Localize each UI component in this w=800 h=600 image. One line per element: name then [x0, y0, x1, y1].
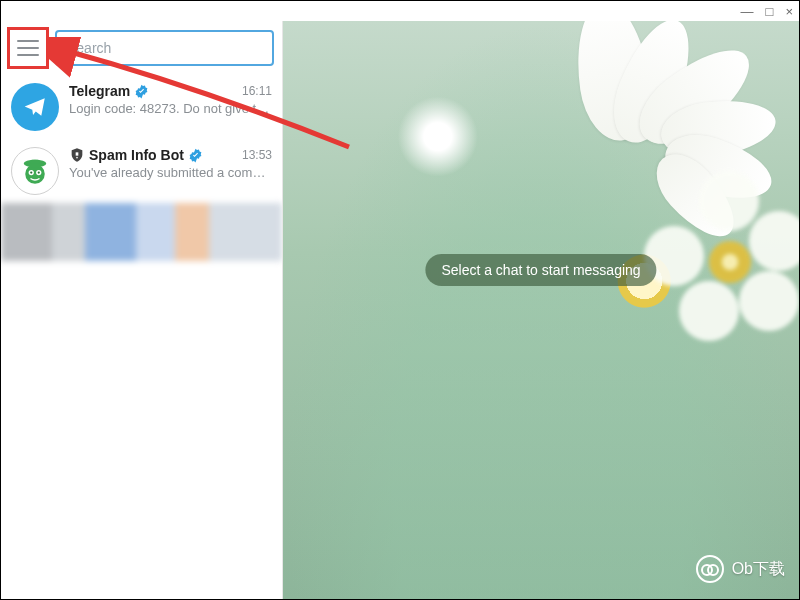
- shield-icon: [69, 147, 85, 163]
- avatar: [11, 147, 59, 195]
- avatar: [11, 83, 59, 131]
- chat-item-telegram[interactable]: Telegram 16:11 Login code: 48273. Do not…: [1, 75, 282, 139]
- chat-list: Telegram 16:11 Login code: 48273. Do not…: [1, 75, 282, 599]
- svg-point-5: [30, 171, 32, 173]
- main-panel: Select a chat to start messaging Ob下载: [283, 21, 799, 599]
- sidebar: Telegram 16:11 Login code: 48273. Do not…: [1, 21, 283, 599]
- window-minimize-button[interactable]: —: [741, 5, 754, 18]
- robot-icon: [17, 153, 53, 189]
- chat-time: 16:11: [242, 84, 272, 98]
- svg-rect-2: [31, 160, 40, 164]
- verified-icon: [134, 84, 149, 99]
- search-input[interactable]: [55, 30, 274, 66]
- annotation-highlight-box: [7, 27, 49, 69]
- paper-plane-icon: [22, 94, 48, 120]
- chat-time: 13:53: [242, 148, 272, 162]
- svg-point-8: [76, 157, 78, 159]
- menu-button[interactable]: [17, 40, 39, 56]
- chat-item-spam-info-bot[interactable]: Spam Info Bot 13:53 You've already submi…: [1, 139, 282, 203]
- window-maximize-button[interactable]: □: [766, 5, 774, 18]
- chat-preview: Login code: 48273. Do not give thi…: [69, 101, 272, 116]
- chat-preview: You've already submitted a comp…: [69, 165, 272, 180]
- empty-state-message: Select a chat to start messaging: [425, 254, 656, 286]
- watermark-text: Ob下载: [732, 559, 785, 580]
- search-row: [1, 21, 282, 75]
- watermark: Ob下载: [696, 555, 785, 583]
- wechat-icon: [696, 555, 724, 583]
- background-image: [283, 21, 799, 599]
- window-close-button[interactable]: ×: [785, 5, 793, 18]
- svg-rect-7: [76, 152, 79, 155]
- chat-name: Telegram: [69, 83, 130, 99]
- verified-icon: [188, 148, 203, 163]
- window-titlebar: — □ ×: [1, 1, 799, 21]
- svg-point-6: [38, 171, 40, 173]
- chat-name: Spam Info Bot: [89, 147, 184, 163]
- chat-item-blurred[interactable]: [1, 203, 282, 261]
